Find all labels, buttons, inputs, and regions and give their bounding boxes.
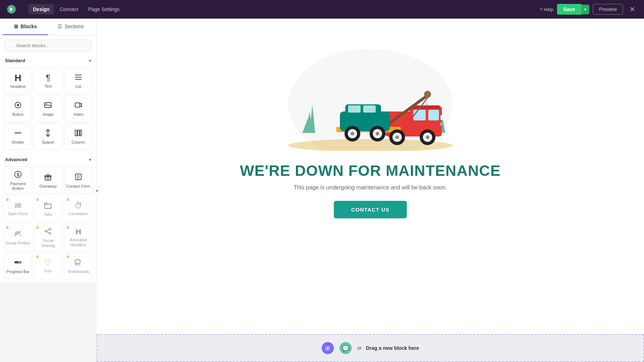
- block-progress-bar[interactable]: Progress Bar: [4, 253, 32, 279]
- text-icon: ¶: [46, 74, 50, 82]
- svg-rect-66: [440, 122, 442, 126]
- block-video-label: Video: [73, 112, 83, 117]
- close-button[interactable]: ✕: [626, 4, 638, 15]
- optin-form-lock-icon: 🔒: [5, 197, 9, 201]
- block-headline-label: Headline: [10, 84, 25, 89]
- block-image-label: Image: [43, 112, 54, 117]
- svg-rect-51: [348, 105, 361, 113]
- block-social-profiles-label: Social Profiles: [5, 241, 30, 246]
- svg-rect-9: [75, 130, 77, 136]
- nav-tab-design[interactable]: Design: [29, 4, 54, 14]
- save-button[interactable]: Save: [557, 4, 582, 15]
- block-video[interactable]: Video: [64, 95, 93, 122]
- svg-point-61: [351, 132, 354, 135]
- block-animated-headline-label: Animated Headline: [66, 238, 91, 247]
- tab-blocks[interactable]: ⊞ Blocks: [3, 19, 48, 35]
- preview-button[interactable]: Preview: [593, 4, 623, 15]
- progress-bar-icon: [14, 258, 22, 268]
- block-tabs-label: Tabs: [44, 212, 52, 217]
- block-headline[interactable]: H Headline: [4, 68, 32, 94]
- blocks-grid-icon: ⊞: [14, 24, 18, 29]
- block-text-label: Text: [44, 84, 52, 89]
- block-tabs[interactable]: 🔒 Tabs: [34, 195, 62, 222]
- top-nav: Design Connect Page Settings ? Help Save…: [0, 0, 644, 19]
- drop-zone-icon-2: 💬: [340, 342, 352, 354]
- image-icon: [44, 101, 52, 110]
- headline-icon: H: [15, 73, 21, 83]
- block-text[interactable]: ¶ Text: [34, 68, 62, 94]
- countdown-lock-icon: 🔒: [66, 197, 70, 201]
- svg-point-58: [426, 135, 429, 139]
- advanced-section-header[interactable]: Advanced ▾: [0, 153, 96, 165]
- block-optin-form-label: Optin Form: [8, 212, 28, 216]
- main-layout: ⊞ Blocks ☰ Sections 🔍 Standard ▾: [0, 19, 644, 362]
- nav-tab-page-settings[interactable]: Page Settings: [84, 4, 124, 14]
- tab-sections[interactable]: ☰ Sections: [48, 19, 94, 35]
- block-column-label: Column: [72, 140, 85, 145]
- svg-point-47: [424, 91, 431, 98]
- payment-button-icon: $: [14, 170, 22, 180]
- divider-icon: [14, 129, 22, 138]
- block-list[interactable]: List: [64, 68, 93, 94]
- block-social-profiles[interactable]: 🔒 Social Profiles: [4, 223, 32, 251]
- maintenance-subtitle: This page is undergoing maintenance and …: [294, 184, 447, 191]
- block-spacer[interactable]: Spacer: [34, 123, 62, 150]
- canvas-page: WE'RE DOWN FOR MAINTENANCE This page is …: [97, 19, 644, 334]
- sidebar-collapse-button[interactable]: ◂: [92, 186, 101, 195]
- block-countdown-label: Countdown: [68, 212, 88, 216]
- block-payment-button[interactable]: $ Payment Button: [4, 167, 32, 194]
- tabs-icon: [44, 201, 52, 210]
- block-icon-label: Icon: [44, 269, 52, 273]
- advanced-chevron-icon: ▾: [89, 157, 91, 162]
- block-column[interactable]: Column: [64, 123, 93, 150]
- testimonials-lock-icon: 🔒: [66, 254, 70, 258]
- save-dropdown-button[interactable]: ▾: [581, 5, 589, 14]
- block-payment-button-label: Payment Button: [5, 182, 30, 191]
- block-image[interactable]: Image: [34, 95, 62, 122]
- block-contact-form-label: Contact Form: [67, 184, 91, 189]
- svg-point-55: [395, 135, 399, 139]
- list-icon: [74, 73, 82, 83]
- svg-rect-44: [411, 105, 440, 109]
- block-optin-form[interactable]: 🔒 ✉ Optin Form: [4, 195, 32, 222]
- column-icon: [74, 129, 82, 138]
- standard-section-header[interactable]: Standard ▾: [0, 54, 96, 66]
- block-social-sharing[interactable]: 🔒 Social Sharing: [34, 223, 62, 251]
- contact-us-button[interactable]: CONTACT US: [334, 201, 406, 218]
- svg-point-26: [49, 233, 51, 234]
- svg-point-24: [49, 228, 51, 230]
- svg-point-23: [19, 231, 20, 233]
- block-divider[interactable]: Divider: [4, 123, 32, 150]
- svg-line-27: [47, 229, 49, 231]
- help-button[interactable]: ? Help: [540, 7, 553, 12]
- block-button[interactable]: Button: [4, 95, 32, 122]
- save-group: Save ▾: [557, 4, 590, 15]
- block-animated-headline[interactable]: 🔒 H Animated Headline: [64, 223, 93, 251]
- drop-zone[interactable]: ⊞ 💬 or Drag a new block here: [97, 334, 644, 362]
- drop-zone-drag-label: Drag a new block here: [366, 345, 419, 351]
- search-input[interactable]: [4, 40, 92, 51]
- svg-text:$: $: [17, 172, 20, 177]
- block-testimonials[interactable]: 🔒 Testimonials: [64, 253, 93, 279]
- svg-rect-21: [45, 203, 47, 204]
- svg-rect-30: [15, 262, 18, 263]
- social-sharing-icon: [44, 227, 52, 237]
- help-icon: ?: [540, 7, 542, 12]
- block-countdown[interactable]: 🔒 ⏱ Countdown: [64, 195, 93, 222]
- nav-tab-connect[interactable]: Connect: [55, 4, 83, 14]
- maintenance-illustration: [274, 40, 467, 151]
- block-icon-item[interactable]: 🔒 ♡ Icon: [34, 253, 62, 279]
- svg-line-28: [47, 232, 49, 233]
- icon-block-lock-icon: 🔒: [35, 254, 39, 258]
- block-giveaway[interactable]: Giveaway: [34, 167, 62, 194]
- logo-icon: [6, 4, 17, 15]
- svg-rect-43: [428, 110, 439, 120]
- optin-form-icon: ✉: [15, 202, 21, 210]
- block-list-label: List: [75, 84, 81, 89]
- svg-point-64: [376, 132, 379, 135]
- svg-rect-11: [80, 130, 82, 136]
- sidebar: ⊞ Blocks ☰ Sections 🔍 Standard ▾: [0, 19, 97, 283]
- block-contact-form[interactable]: Contact Form: [64, 167, 93, 194]
- svg-point-25: [45, 230, 47, 232]
- block-divider-label: Divider: [12, 140, 24, 145]
